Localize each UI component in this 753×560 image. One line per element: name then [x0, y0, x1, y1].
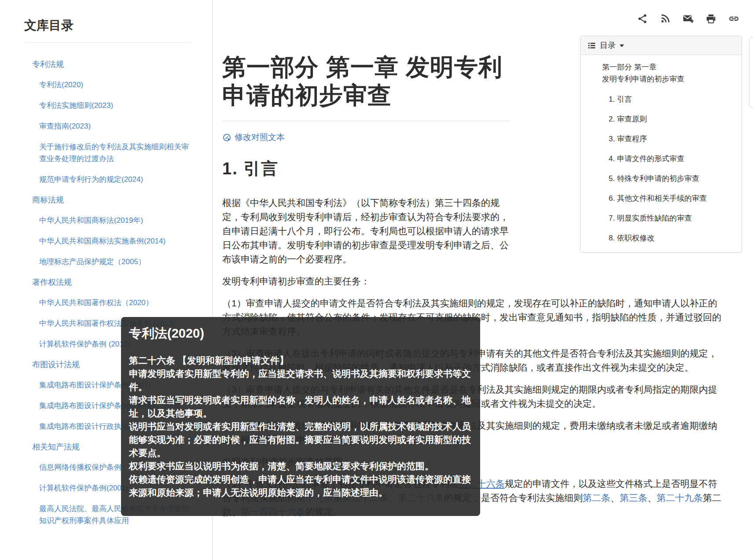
link-icon[interactable]: [728, 13, 739, 24]
sidebar-item[interactable]: 中华人民共和国著作权法（2020）: [39, 297, 192, 309]
tooltip-paragraph: 请求书应当写明发明或者实用新型的名称，发明人的姓名，申请人姓名或者名称、地址，以…: [129, 394, 471, 420]
law-article-link[interactable]: 第三条: [620, 493, 647, 503]
tasks-heading: 发明专利申请初步审查的主要任务：: [222, 274, 724, 288]
sidebar-item[interactable]: 专利法实施细则(2023): [39, 99, 192, 111]
sidebar-category-trademark-law[interactable]: 商标法规: [32, 194, 191, 206]
page-toolbar: [637, 13, 739, 24]
tooltip-paragraph: 权利要求书应当以说明书为依据，清楚、简要地限定要求专利保护的范围。: [129, 460, 471, 473]
print-icon[interactable]: [705, 13, 716, 24]
tooltip-paragraph: 第二十六条 【发明和新型的申请文件】: [129, 354, 471, 367]
compare-text-link[interactable]: 修改对照文本: [235, 132, 285, 143]
sidebar-category-copyright-law[interactable]: 著作权法规: [32, 276, 191, 288]
sidebar-item[interactable]: 专利法(2020): [39, 79, 192, 91]
tooltip-title: 专利法(2020): [129, 325, 471, 343]
compare-link-row: 修改对照文本: [222, 132, 511, 143]
toc-item-1[interactable]: 1. 引言: [580, 94, 737, 105]
list-icon: [588, 41, 596, 50]
law-article-tooltip: 专利法(2020) 第二十六条 【发明和新型的申请文件】 申请发明或者实用新型专…: [121, 317, 480, 516]
sidebar-item[interactable]: 审查指南(2023): [39, 120, 192, 132]
sidebar-category-patent-law[interactable]: 专利法规: [32, 59, 191, 70]
offscreen-panel-edge: [749, 37, 753, 108]
toc-body: 第一部分 第一章 发明专利申请的初步审查 1. 引言 2. 审查原则 3. 审查…: [580, 55, 742, 252]
tooltip-paragraph: 依赖遗传资源完成的发明创造，申请人应当在专利申请文件中说明该遗传资源的直接来源和…: [129, 473, 471, 499]
sidebar-item[interactable]: 规范申请专利行为的规定(2024): [39, 173, 192, 185]
toc-item-5[interactable]: 5. 特殊专利申请的初步审查: [580, 173, 737, 184]
toc-chapter-line2: 发明专利申请的初步审查: [602, 73, 737, 85]
sidebar-title: 文库目录: [24, 17, 212, 34]
compare-icon: [222, 133, 231, 142]
toc-item-3[interactable]: 3. 审查程序: [580, 134, 737, 144]
toc-item-4[interactable]: 4. 申请文件的形式审查: [580, 154, 737, 164]
rss-icon[interactable]: [660, 13, 671, 24]
sidebar-item[interactable]: 中华人民共和国商标法实施条例(2014): [39, 235, 192, 247]
toc-chapter-line1: 第一部分 第一章: [602, 61, 737, 73]
toc-item-2[interactable]: 2. 审查原则: [580, 114, 737, 125]
tooltip-paragraph: 说明书应当对发明或者实用新型作出清楚、完整的说明，以所属技术领域的技术人员能够实…: [129, 420, 471, 460]
law-article-link[interactable]: 第二十九条: [657, 493, 703, 503]
email-add-icon[interactable]: [683, 13, 694, 24]
toc-item-6[interactable]: 6. 其他文件和相关手续的审查: [580, 193, 737, 204]
toc-chapter-link[interactable]: 第一部分 第一章 发明专利申请的初步审查: [580, 61, 737, 85]
sidebar-item[interactable]: 关于施行修改后的专利法及其实施细则相关审查业务处理的过渡办法: [39, 141, 192, 165]
tooltip-paragraph: 申请发明或者实用新型专利的，应当提交请求书、说明书及其摘要和权利要求书等文件。: [129, 367, 471, 394]
sidebar-divider: [24, 42, 191, 43]
text-segment: 、: [647, 493, 657, 503]
toc-title: 目录: [600, 40, 616, 51]
text-segment: 、: [610, 493, 620, 503]
share-icon[interactable]: [637, 13, 648, 24]
title-divider: [222, 121, 511, 121]
toc-item-8[interactable]: 8. 依职权修改: [580, 233, 737, 243]
toc-header[interactable]: 目录: [580, 36, 742, 55]
sidebar-item[interactable]: 地理标志产品保护规定（2005）: [39, 256, 192, 268]
caret-down-icon: [620, 44, 624, 47]
sidebar-item[interactable]: 中华人民共和国商标法(2019年): [39, 214, 192, 226]
law-article-link[interactable]: 第二条: [583, 493, 610, 503]
toc-item-7[interactable]: 7. 明显实质性缺陷的审查: [580, 213, 737, 224]
toc-panel: 目录 第一部分 第一章 发明专利申请的初步审查 1. 引言 2. 审查原则 3.…: [580, 36, 742, 253]
